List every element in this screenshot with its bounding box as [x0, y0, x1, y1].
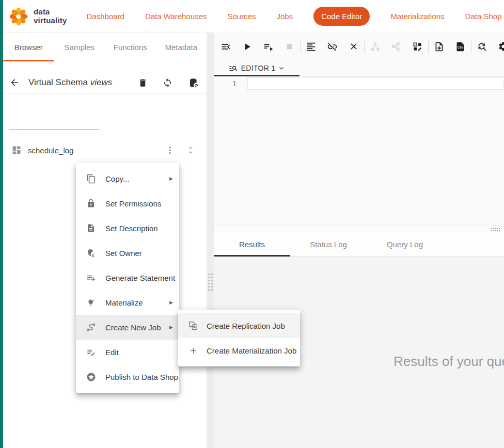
refresh-icon	[163, 78, 172, 88]
tab-functions[interactable]: Functions	[105, 33, 156, 61]
menu-item-label: Materialize	[105, 298, 165, 307]
tree-item-label: schedule_log	[28, 146, 165, 155]
results-tabs: Results Status Log Query Log	[214, 232, 504, 257]
editor-tab-1[interactable]: EDITOR 1	[214, 60, 300, 76]
menu-item-label: Set Permissions	[105, 199, 173, 208]
create-job-submenu: Create Replication Job Create Materializ…	[178, 310, 300, 366]
owner-shield-icon	[86, 248, 96, 258]
table-grid-icon	[11, 145, 22, 155]
playlist-add-icon	[86, 273, 96, 283]
schema-title: Virtual Schema views	[28, 77, 112, 88]
kebab-menu-icon	[165, 146, 175, 155]
resize-grip-icon	[491, 228, 500, 231]
menu-item-set-owner[interactable]: Set Owner	[76, 241, 179, 265]
delete-schema-button[interactable]	[138, 78, 148, 88]
chevron-down-icon	[278, 65, 285, 71]
lock-icon	[86, 198, 96, 209]
nav-code-editor[interactable]: Code Editor	[313, 7, 370, 26]
reload-database-button[interactable]	[187, 77, 199, 88]
tab-metadata[interactable]: Metadata	[156, 33, 207, 61]
search-input[interactable]	[12, 118, 106, 126]
explain-plan-icon	[370, 41, 381, 52]
lightbulb-icon	[86, 297, 96, 308]
expand-item-button[interactable]	[186, 146, 195, 155]
replication-icon	[188, 321, 198, 331]
route-icon	[86, 322, 96, 332]
database-refresh-icon	[187, 77, 199, 88]
code-editor-panel: CSV EDITOR 1 1	[214, 33, 504, 448]
stop-icon	[284, 41, 295, 52]
tab-status-log[interactable]: Status Log	[290, 232, 367, 256]
playlist-edit-icon	[86, 347, 96, 357]
code-editor-area[interactable]: 1	[214, 76, 504, 226]
run-icon[interactable]	[242, 41, 253, 52]
editor-active-line	[247, 77, 504, 90]
toolbar-divider	[471, 40, 471, 53]
tab-results[interactable]: Results	[214, 232, 290, 256]
submenu-arrow-icon: ▶	[169, 176, 173, 181]
brand-logo-text: datavirtuality	[34, 8, 67, 24]
back-button[interactable]	[9, 77, 20, 88]
nav-dashboard[interactable]: Dashboard	[87, 12, 124, 21]
document-icon	[86, 223, 96, 233]
main-navigation: Dashboard Data Warehouses Sources Jobs C…	[87, 7, 502, 26]
edit-layout-icon[interactable]	[412, 41, 423, 52]
menu-item-edit[interactable]: Edit	[76, 340, 179, 364]
manage-search-icon	[229, 63, 238, 73]
nav-materializations[interactable]: Materializations	[390, 12, 444, 21]
clear-icon[interactable]	[348, 41, 359, 52]
top-navbar: datavirtuality Dashboard Data Warehouses…	[3, 0, 504, 33]
editor-toolbar: CSV	[214, 33, 504, 60]
format-icon[interactable]	[306, 41, 317, 52]
nav-sources[interactable]: Sources	[227, 12, 256, 21]
new-file-icon[interactable]	[434, 41, 445, 52]
menu-item-create-materialization-job[interactable]: Create Materialization Job	[178, 338, 300, 363]
item-menu-button[interactable]	[165, 146, 175, 155]
menu-item-label: Create New Job	[105, 323, 165, 332]
star-circle-icon	[86, 372, 96, 382]
toolbar-divider	[300, 40, 301, 53]
menu-item-label: Edit	[105, 348, 173, 357]
toolbar-divider	[364, 40, 365, 53]
nav-data-shop[interactable]: Data Shop	[465, 12, 502, 21]
tab-samples[interactable]: Samples	[54, 33, 105, 61]
menu-item-set-permissions[interactable]: Set Permissions	[76, 191, 179, 216]
menu-item-create-replication-job[interactable]: Create Replication Job	[178, 313, 300, 338]
run-selection-icon[interactable]	[263, 41, 274, 52]
copy-icon	[86, 173, 96, 184]
editor-tabs: EDITOR 1	[214, 60, 504, 76]
menu-item-publish-to-data-shop[interactable]: Publish to Data Shop	[76, 364, 179, 389]
refresh-schema-button[interactable]	[163, 78, 172, 88]
menu-open-icon[interactable]	[220, 41, 231, 52]
tab-query-log[interactable]: Query Log	[367, 232, 443, 256]
plus-icon	[188, 345, 198, 356]
menu-item-set-description[interactable]: Set Description	[76, 216, 179, 241]
toolbar-divider	[428, 40, 429, 53]
menu-item-label: Generate Statement	[105, 274, 175, 282]
menu-item-create-new-job[interactable]: Create New Job ▶	[76, 315, 179, 340]
settings-icon[interactable]	[498, 41, 504, 52]
menu-item-label: Create Materialization Job	[207, 346, 296, 355]
item-context-menu: Copy... ▶ Set Permissions Set Descriptio…	[76, 163, 179, 393]
submenu-arrow-icon: ▶	[169, 325, 173, 330]
link-off-icon[interactable]	[327, 41, 338, 52]
menu-item-copy[interactable]: Copy... ▶	[76, 166, 179, 191]
tab-browser[interactable]: Browser	[3, 33, 54, 61]
sidebar-tabs: Browser Samples Functions Metadata	[3, 33, 207, 61]
brand-logo-icon	[8, 6, 29, 27]
menu-item-materialize[interactable]: Materialize ▶	[76, 290, 179, 315]
find-replace-icon[interactable]	[477, 41, 487, 52]
brand-logo[interactable]: datavirtuality	[8, 6, 67, 27]
nav-jobs[interactable]: Jobs	[276, 12, 293, 21]
panel-resize-handle[interactable]	[207, 33, 214, 448]
results-resize-handle[interactable]	[214, 226, 504, 232]
menu-item-label: Set Description	[105, 224, 173, 233]
arrow-back-icon	[9, 77, 20, 88]
tree-item-schedule-log[interactable]: schedule_log	[3, 141, 207, 159]
export-csv-icon[interactable]: CSV	[455, 41, 466, 52]
nav-data-warehouses[interactable]: Data Warehouses	[145, 12, 207, 21]
menu-item-generate-statement[interactable]: Generate Statement	[76, 265, 179, 290]
editor-tab-label: EDITOR 1	[241, 64, 276, 72]
submenu-arrow-icon: ▶	[169, 300, 173, 305]
results-empty-message: Results of your querie	[393, 354, 504, 370]
